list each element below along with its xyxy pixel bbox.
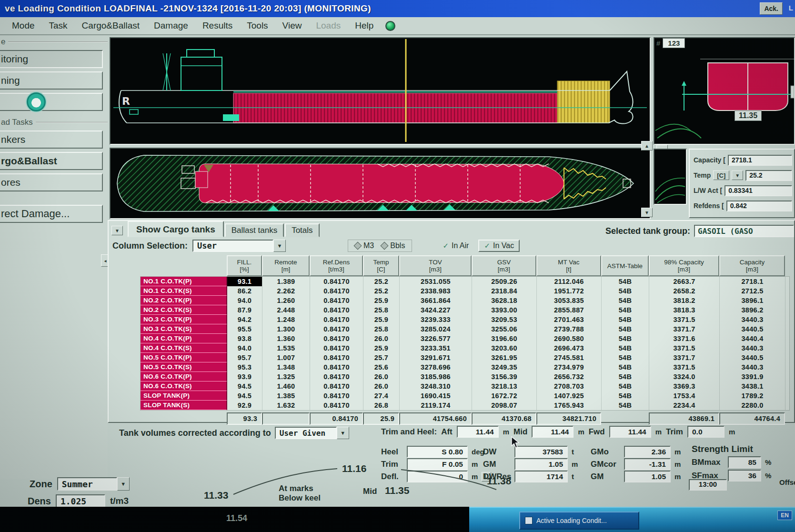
column-selection-combo[interactable]: User ▼ [192, 240, 286, 252]
cell-refdens[interactable]: 0.84170 [310, 277, 363, 286]
tank-name-cell[interactable]: NO.4 C.O.TK(P) [141, 334, 227, 343]
cell-astm[interactable]: 54B [602, 372, 649, 381]
table-row[interactable]: NO.2 C.O.TK(S)87.92.4480.8417025.83424.2… [141, 305, 789, 315]
cell-mtvac[interactable]: 2112.046 [537, 277, 602, 286]
taskbar-window-button[interactable]: Active Loading Condit... [519, 512, 639, 530]
cell-cap[interactable]: 2712.5 [720, 286, 785, 296]
cell-mtvac[interactable]: 2708.703 [537, 381, 602, 391]
menu-mode[interactable]: Mode [5, 19, 42, 33]
cell-temp[interactable]: 25.9 [363, 343, 400, 353]
cell-astm[interactable]: 54B [602, 324, 649, 334]
cell-tov[interactable]: 3185.986 [400, 372, 472, 381]
table-row[interactable]: NO.4 C.O.TK(S)94.01.5350.8417025.93233.3… [141, 343, 789, 353]
sidebar-item-monitoring[interactable]: itoring [0, 50, 103, 68]
cell-fill[interactable]: 95.5 [227, 324, 262, 334]
cell-tov[interactable]: 2119.174 [400, 401, 472, 410]
cell-cap98[interactable]: 2663.7 [649, 277, 720, 286]
tank-name-cell[interactable]: NO.1 C.O.TK(P) [141, 277, 227, 286]
cell-gsv[interactable]: 2098.07 [472, 401, 537, 410]
cell-gsv[interactable]: 3156.39 [472, 372, 537, 381]
toggle-in-air[interactable]: ✓In Air [443, 241, 469, 250]
cell-mtvac[interactable]: 2734.979 [537, 362, 602, 372]
cell-remote[interactable]: 1.260 [262, 296, 310, 305]
cell-mtvac[interactable]: 2855.887 [537, 305, 602, 315]
cell-gsv[interactable]: 1672.72 [472, 391, 537, 401]
cell-cap98[interactable]: 3371.7 [649, 353, 720, 362]
table-row[interactable]: NO.5 C.O.TK(P)95.71.0070.8417025.73291.6… [141, 353, 789, 362]
tank-name-cell[interactable]: NO.2 C.O.TK(S) [141, 305, 227, 315]
frame-number-field[interactable]: 123 [663, 38, 685, 48]
menu-results[interactable]: Results [195, 19, 240, 33]
table-row[interactable]: NO.1 C.O.TK(P)93.11.3890.8417025.22531.0… [141, 277, 789, 286]
menu-cargo-ballast[interactable]: Cargo&Ballast [75, 19, 147, 33]
cell-temp[interactable]: 26.8 [363, 401, 400, 410]
cell-gsv[interactable]: 3203.60 [472, 343, 537, 353]
tank-name-cell[interactable]: NO.6 C.O.TK(P) [141, 372, 227, 381]
cell-cap98[interactable]: 3371.7 [649, 324, 720, 334]
cell-temp[interactable]: 25.9 [363, 296, 400, 305]
selected-tank-group-field[interactable]: GASOIL (GASO [694, 225, 794, 237]
cell-temp[interactable]: 25.2 [363, 277, 400, 286]
cell-mtvac[interactable]: 2656.732 [537, 372, 602, 381]
cell-fill[interactable]: 92.9 [227, 401, 262, 410]
bmmax-field[interactable]: 85 [728, 456, 761, 468]
tank-name-cell[interactable]: NO.3 C.O.TK(P) [141, 315, 227, 324]
gmo-field[interactable]: 2.36 [624, 446, 671, 458]
cell-mtvac[interactable]: 2701.463 [537, 315, 602, 324]
cell-astm[interactable]: 54B [602, 401, 649, 410]
zone-value[interactable]: Summer [57, 477, 117, 491]
gmcor-field[interactable]: -1.31 [624, 458, 671, 470]
tank-name-cell[interactable]: NO.2 C.O.TK(P) [141, 296, 227, 305]
cell-refdens[interactable]: 0.84170 [310, 324, 363, 334]
cell-astm[interactable]: 54B [602, 343, 649, 353]
cell-cap98[interactable]: 3371.5 [649, 362, 720, 372]
cell-remote[interactable]: 2.262 [262, 286, 310, 296]
cell-tov[interactable]: 3291.671 [400, 353, 472, 362]
cell-remote[interactable]: 1.460 [262, 381, 310, 391]
toggle-in-vac[interactable]: ✓In Vac [478, 240, 520, 252]
toggle-bbls[interactable]: Bbls [382, 241, 405, 250]
cell-remote[interactable]: 1.007 [262, 353, 310, 362]
cell-tov[interactable]: 3424.227 [400, 305, 472, 315]
cell-refdens[interactable]: 0.84170 [310, 305, 363, 315]
cell-gsv[interactable]: 3261.95 [472, 353, 537, 362]
cell-cap98[interactable]: 3371.6 [649, 334, 720, 343]
cell-cap98[interactable]: 2234.4 [649, 401, 720, 410]
table-row[interactable]: SLOP TANK(P)94.51.3850.8417027.41690.415… [141, 391, 789, 401]
cell-tov[interactable]: 3226.577 [400, 334, 472, 343]
cell-gsv[interactable]: 3209.53 [472, 315, 537, 324]
col-header-mtvac[interactable]: MT Vac[t] [536, 255, 601, 276]
temp-unit-button[interactable]: [C] [713, 171, 729, 180]
cell-gsv[interactable]: 3393.00 [472, 305, 537, 315]
col-header-remote[interactable]: Remote[m] [262, 255, 310, 276]
cell-mtvac[interactable]: 3053.835 [537, 296, 602, 305]
cell-remote[interactable]: 2.448 [262, 305, 310, 315]
cell-cap[interactable]: 2718.1 [720, 277, 785, 286]
zone-combo[interactable]: Summer ▼ [57, 477, 130, 491]
menu-task[interactable]: Task [42, 19, 75, 33]
cell-cap98[interactable]: 3369.3 [649, 381, 720, 391]
aft-draft-field[interactable]: 11.44 [457, 426, 499, 438]
col-header-fill[interactable]: FILL.[%] [227, 255, 262, 276]
cell-temp[interactable]: 25.2 [363, 286, 400, 296]
mid-draft-field[interactable]: 11.44 [532, 426, 574, 438]
cell-tov[interactable]: 3285.024 [400, 324, 472, 334]
scroll-up-button[interactable]: ▲ [641, 141, 653, 151]
cell-tov[interactable]: 3233.351 [400, 343, 472, 353]
cell-mtvac[interactable]: 1951.772 [537, 286, 602, 296]
cell-fill[interactable]: 94.0 [227, 296, 262, 305]
cell-mtvac[interactable]: 1407.925 [537, 391, 602, 401]
cell-refdens[interactable]: 0.84170 [310, 391, 363, 401]
cell-refdens[interactable]: 0.84170 [310, 362, 363, 372]
cell-fill[interactable]: 94.0 [227, 343, 262, 353]
cell-astm[interactable]: 54B [602, 296, 649, 305]
cell-refdens[interactable]: 0.84170 [310, 343, 363, 353]
sidebar-item-direct-damage[interactable]: rect Damage... [0, 205, 103, 223]
cell-cap[interactable]: 2280.0 [720, 401, 785, 410]
cell-cap98[interactable]: 3324.0 [649, 372, 720, 381]
table-row[interactable]: NO.1 C.O.TK(S)86.22.2620.8417025.22338.9… [141, 286, 789, 296]
dwres-field[interactable]: 1714 [514, 471, 568, 482]
trim-field[interactable]: 0.0 [687, 426, 725, 438]
menu-damage[interactable]: Damage [147, 19, 195, 33]
cell-temp[interactable]: 26.0 [363, 334, 400, 343]
